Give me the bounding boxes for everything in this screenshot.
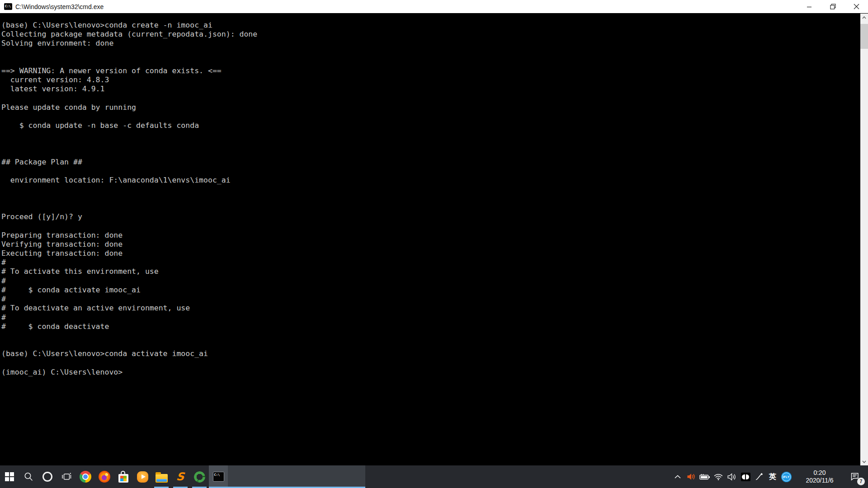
cortana-ring-icon	[42, 472, 52, 482]
sublime-text-icon: S	[176, 471, 185, 482]
chrome-icon	[80, 471, 91, 483]
media-player-icon	[137, 471, 148, 483]
chevron-up-icon	[862, 16, 866, 19]
terminal-output: (base) C:\Users\lenovo>conda create -n i…	[0, 14, 868, 377]
search-icon	[24, 472, 33, 482]
cmd-window-icon-text: C:\	[5, 5, 11, 8]
taskbar-clock[interactable]: 0:20 2020/11/6	[798, 469, 841, 484]
cmd-icon: C:\	[213, 472, 224, 482]
close-button[interactable]	[844, 0, 868, 13]
chevron-down-icon	[862, 460, 866, 463]
scrollbar-thumb[interactable]	[860, 24, 868, 49]
chevron-up-icon	[675, 475, 681, 479]
window-title: C:\Windows\system32\cmd.exe	[15, 3, 104, 10]
window-titlebar[interactable]: C:\ C:\Windows\system32\cmd.exe	[0, 0, 868, 14]
battery-charging-icon	[699, 474, 710, 480]
clock-time: 0:20	[798, 469, 841, 477]
taskbar-button-chrome[interactable]	[76, 465, 95, 488]
minimize-button[interactable]	[797, 0, 821, 13]
clock-date: 2020/11/6	[798, 477, 841, 484]
terminal-scrollbar[interactable]	[860, 14, 868, 465]
restore-icon	[830, 4, 836, 9]
task-view-button[interactable]	[57, 465, 76, 488]
cortana-button[interactable]	[38, 465, 57, 488]
window-controls	[797, 0, 868, 13]
taskbar-search-button[interactable]	[19, 465, 38, 488]
firefox-icon	[99, 471, 110, 483]
tray-iflytek[interactable]: iFLY	[779, 465, 793, 488]
windows-logo-icon	[5, 472, 14, 481]
taskbar-button-anaconda[interactable]	[190, 465, 209, 488]
taskbar-button-file-explorer[interactable]	[152, 465, 171, 488]
volume-icon	[727, 473, 737, 481]
taskbar-button-sublime[interactable]: S	[171, 465, 190, 488]
scroll-down-button[interactable]	[860, 458, 868, 465]
ime-label: 英	[769, 472, 776, 482]
show-hidden-icons-button[interactable]	[671, 465, 684, 488]
anaconda-ring-icon	[194, 471, 205, 483]
wifi-icon	[714, 474, 723, 480]
red-speaker-icon	[687, 473, 696, 481]
ime-language-indicator[interactable]: 英	[766, 465, 779, 488]
minimize-icon	[807, 4, 812, 9]
cmd-window-label-area	[228, 465, 365, 488]
restore-button[interactable]	[821, 0, 844, 13]
screen: C:\ C:\Windows\system32\cmd.exe (base) C…	[0, 0, 868, 488]
tray-volume[interactable]	[725, 465, 739, 488]
file-explorer-icon	[156, 474, 168, 483]
tray-pen-input[interactable]	[752, 465, 766, 488]
ms-logo-grid	[120, 476, 127, 481]
start-button[interactable]	[0, 465, 19, 488]
tray-dolby[interactable]	[739, 465, 752, 488]
dolby-icon	[741, 473, 750, 481]
cmd-window-icon: C:\	[4, 3, 12, 10]
terminal-area[interactable]: (base) C:\Users\lenovo>conda create -n i…	[0, 14, 868, 465]
notification-count-badge: 7	[857, 478, 865, 485]
action-center-button[interactable]: 7	[844, 465, 866, 488]
microsoft-store-icon	[118, 474, 128, 483]
tray-wifi[interactable]	[712, 465, 725, 488]
taskbar-button-cmd-active[interactable]: C:\	[209, 465, 365, 488]
scroll-up-button[interactable]	[860, 14, 868, 21]
close-icon	[854, 4, 859, 9]
tray-battery[interactable]	[698, 465, 712, 488]
taskbar: S C:\	[0, 465, 868, 488]
taskbar-button-media-player[interactable]	[133, 465, 152, 488]
task-view-icon	[61, 472, 72, 481]
cmd-icon-cell: C:\	[209, 465, 228, 488]
system-tray: 英 iFLY 0:20 2020/11/6 7	[671, 465, 868, 488]
tray-sound-effect-app[interactable]	[684, 465, 698, 488]
taskbar-button-store[interactable]	[114, 465, 133, 488]
taskbar-button-firefox[interactable]	[95, 465, 114, 488]
iflytek-icon: iFLY	[781, 472, 792, 482]
stylus-pen-icon	[755, 472, 764, 481]
